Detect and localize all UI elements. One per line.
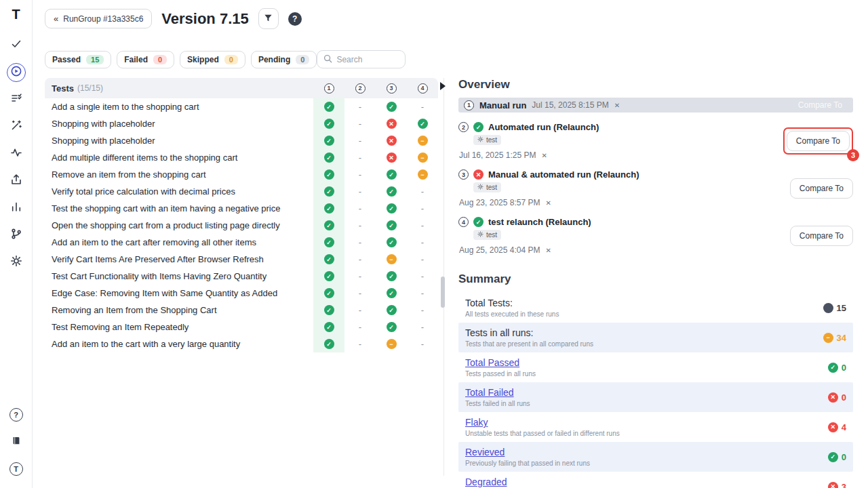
filter-chip-failed[interactable]: Failed0 (117, 51, 174, 68)
summary-row-text: FlakyUnstable tests that passed or faile… (465, 417, 620, 437)
result-cell: ✓ (313, 149, 344, 166)
result-cell: - (344, 251, 376, 268)
status-pass-icon: ✓ (324, 220, 334, 230)
no-result-dash: - (421, 186, 424, 197)
status-pass-icon: ✓ (324, 237, 334, 247)
run-date: Aug 25, 2025 4:04 PM (459, 245, 540, 255)
table-row[interactable]: Verify Cart Items Are Preserved After Br… (45, 251, 438, 268)
table-row[interactable]: Add an item to the cart with a very larg… (45, 336, 438, 352)
gear-icon (477, 231, 484, 239)
filter-chip-passed[interactable]: Passed15 (45, 51, 111, 68)
table-row[interactable]: Shopping with placeholder✓-✕− (45, 132, 438, 149)
back-button[interactable]: « RunGroup #13a335c6 (45, 9, 152, 28)
status-skip-icon: − (823, 333, 833, 343)
sidebar-item-docs[interactable] (7, 432, 26, 451)
compare-to-button[interactable]: Compare To (793, 99, 848, 111)
run-number-badge: 1 (324, 83, 334, 94)
filter-chip-skipped[interactable]: Skipped0 (180, 51, 245, 68)
check-icon (10, 38, 22, 53)
table-row[interactable]: Removing an Item from the Shopping Cart✓… (45, 302, 438, 319)
result-cell: ✓ (376, 268, 407, 285)
summary-link[interactable]: Degraded (465, 476, 589, 487)
summary-row: Total FailedTests failed in all runs✕0 (458, 382, 853, 412)
sidebar-item-wand[interactable] (7, 117, 26, 136)
summary-link[interactable]: Revieved (465, 447, 590, 458)
result-cell: ✕ (376, 149, 407, 166)
scrollbar-thumb[interactable] (441, 277, 445, 308)
result-cell: ✓ (376, 166, 407, 183)
status-pass-icon: ✓ (324, 119, 334, 129)
table-row[interactable]: Remove an item from the shopping cart✓-✓… (45, 166, 438, 183)
result-cell: - (344, 285, 376, 302)
app-logo[interactable]: T (12, 7, 20, 22)
remove-run-icon[interactable]: ✕ (614, 102, 620, 109)
result-cell: ✕ (376, 132, 407, 149)
remove-run-icon[interactable]: ✕ (541, 152, 547, 159)
result-cell: - (407, 302, 438, 319)
summary-description: All tests executed in these runs (465, 310, 559, 318)
count-dot-icon (823, 303, 833, 313)
run-row[interactable]: 2✓Automated run (Relaunch)testJul 16, 20… (458, 122, 853, 160)
result-cell: ✓ (376, 234, 407, 251)
run-date: Aug 23, 2025 8:57 PM (459, 198, 540, 207)
sidebar-item-gear[interactable] (7, 253, 26, 272)
table-row[interactable]: Add multiple different items to the shop… (45, 149, 438, 166)
summary-value: ✕0 (828, 392, 846, 403)
table-row[interactable]: Shopping with placeholder✓-✕✓ (45, 115, 438, 132)
sidebar-item-list-check[interactable] (7, 90, 26, 109)
status-pass-icon: ✓ (387, 169, 397, 180)
table-row[interactable]: Add an item to the cart after removing a… (45, 234, 438, 251)
back-button-label: RunGroup #13a335c6 (63, 14, 143, 24)
compare-to-button[interactable]: Compare To (787, 131, 850, 151)
sidebar-item-activity[interactable] (7, 144, 26, 163)
run-number-badge: 2 (355, 83, 366, 94)
sidebar-item-chart[interactable] (7, 199, 26, 218)
compare-to-button[interactable]: Compare To (790, 178, 853, 199)
filter-chip-pending[interactable]: Pending0 (251, 51, 317, 68)
search-input[interactable] (336, 55, 399, 64)
run-row-baseline[interactable]: 1Manual runJul 15, 2025 8:15 PM✕Compare … (458, 98, 853, 113)
run-tag: test (473, 182, 501, 192)
test-name: Edge Case: Removing Item with Same Quant… (45, 285, 313, 302)
compare-to-button[interactable]: Compare To (790, 226, 853, 246)
table-row[interactable]: Verify total price calculation with deci… (45, 183, 438, 200)
help-icon[interactable]: ? (288, 12, 302, 26)
table-row[interactable]: Test the shopping cart with an item havi… (45, 200, 438, 217)
collapse-arrow-icon[interactable] (440, 82, 446, 90)
result-cell: - (407, 285, 438, 302)
table-row[interactable]: Test Removing an Item Repeatedly✓-✓- (45, 319, 438, 336)
summary-link[interactable]: Total Failed (465, 387, 530, 398)
table-row[interactable]: Edge Case: Removing Item with Same Quant… (45, 285, 438, 302)
sidebar-item-help-circle[interactable]: ? (7, 405, 26, 424)
filter-button[interactable] (258, 8, 279, 29)
remove-run-icon[interactable]: ✕ (545, 247, 551, 254)
result-cell: ✓ (313, 217, 344, 234)
filter-chip-count: 0 (153, 55, 167, 64)
sidebar-item-check[interactable] (7, 36, 26, 55)
summary-link[interactable]: Flaky (465, 417, 620, 428)
remove-run-icon[interactable]: ✕ (545, 199, 551, 207)
sidebar: T ?T (0, 0, 33, 488)
run-row[interactable]: 3✕Manual & automated run (Relaunch)testA… (458, 169, 853, 207)
run-info: 3✕Manual & automated run (Relaunch)testA… (458, 169, 790, 207)
run-row[interactable]: 4✓test relaunch (Relaunch)testAug 25, 20… (458, 217, 853, 255)
result-cell: - (344, 200, 376, 217)
status-pass-icon: ✓ (324, 288, 334, 298)
summary-count: 34 (837, 333, 846, 343)
sidebar-item-logo-circle[interactable]: T (7, 460, 26, 479)
run-column-header[interactable]: 2 (344, 83, 376, 94)
run-column-header[interactable]: 4 (407, 83, 438, 94)
summary-link[interactable]: Total Passed (465, 357, 536, 368)
summary-description: Previously failing that passed in next r… (465, 460, 590, 467)
run-column-header[interactable]: 3 (376, 83, 407, 94)
table-row[interactable]: Open the shopping cart from a product li… (45, 217, 438, 234)
result-cell: - (344, 149, 376, 166)
sidebar-item-play-circle[interactable] (7, 63, 26, 82)
sidebar-item-branch[interactable] (7, 226, 26, 245)
search-box[interactable] (317, 50, 406, 68)
table-row[interactable]: Test Cart Functionality with Items Havin… (45, 268, 438, 285)
run-column-header[interactable]: 1 (313, 83, 344, 94)
sidebar-item-export-box[interactable] (7, 171, 26, 190)
filter-chip-count: 0 (224, 55, 238, 64)
table-row[interactable]: Add a single item to the shopping cart✓-… (45, 98, 438, 115)
